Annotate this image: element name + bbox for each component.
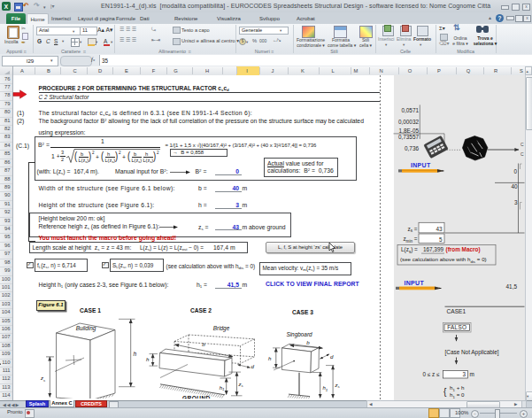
svg-text:d: d bbox=[251, 362, 255, 368]
svg-text:h1 = 0: h1 = 0 bbox=[450, 391, 465, 399]
svg-text:{: { bbox=[443, 385, 447, 397]
svg-text:Bridge: Bridge bbox=[213, 324, 230, 331]
svg-text:3: 3 bbox=[462, 371, 466, 377]
svg-text:Building: Building bbox=[76, 325, 96, 332]
svg-text:FALSO: FALSO bbox=[447, 324, 466, 330]
svg-text:C: C bbox=[520, 142, 524, 147]
svg-text:C: C bbox=[520, 151, 524, 157]
svg-text:zs: zs bbox=[40, 375, 46, 383]
svg-text:d: d bbox=[330, 353, 334, 360]
svg-text:INPUT: INPUT bbox=[411, 162, 431, 168]
svg-text:0,736: 0,736 bbox=[405, 144, 419, 151]
svg-text:h1: h1 bbox=[323, 385, 328, 392]
svg-text:h: h bbox=[134, 350, 137, 356]
svg-text:167,399: 167,399 bbox=[423, 246, 444, 252]
svg-text:CASE1: CASE1 bbox=[447, 307, 466, 314]
svg-text:0,0571: 0,0571 bbox=[401, 106, 419, 112]
svg-text:Singboard: Singboard bbox=[286, 331, 312, 338]
svg-text:(see calculation above with hd: (see calculation above with hdis = 0) bbox=[400, 256, 487, 263]
svg-text:5: 5 bbox=[439, 236, 443, 242]
svg-text:h: h bbox=[146, 356, 150, 362]
svg-text:b: b bbox=[202, 341, 205, 347]
svg-text:CASE 1: CASE 1 bbox=[80, 307, 101, 314]
svg-text:zmin =: zmin = bbox=[403, 236, 417, 243]
svg-text:0 ≤ z ≤: 0 ≤ z ≤ bbox=[423, 371, 441, 377]
svg-text:zs: zs bbox=[238, 381, 244, 388]
svg-text:1,8E-05: 1,8E-05 bbox=[399, 127, 420, 133]
svg-text:(from Macro): (from Macro) bbox=[446, 246, 481, 253]
svg-text:0,00032: 0,00032 bbox=[398, 118, 420, 124]
svg-text:0: 0 bbox=[513, 167, 517, 174]
svg-text:h1: h1 bbox=[220, 384, 225, 391]
svg-text:40: 40 bbox=[511, 183, 518, 190]
svg-text:41,5: 41,5 bbox=[506, 283, 518, 289]
svg-text:3: 3 bbox=[514, 199, 518, 205]
svg-text:CASE 3: CASE 3 bbox=[292, 309, 313, 315]
svg-text:CASE 2: CASE 2 bbox=[190, 307, 212, 314]
svg-text:h: h bbox=[268, 355, 272, 361]
svg-text:GROUND: GROUND bbox=[182, 394, 211, 398]
svg-text:[Case Not Applicable]: [Case Not Applicable] bbox=[445, 348, 499, 355]
svg-text:m: m bbox=[470, 371, 474, 377]
svg-text:L(zs) =: L(zs) = bbox=[401, 246, 418, 253]
svg-text:43: 43 bbox=[436, 225, 443, 231]
svg-text:b: b bbox=[306, 338, 310, 344]
svg-text:INPUT: INPUT bbox=[405, 279, 425, 285]
svg-text:zs =: zs = bbox=[407, 225, 417, 232]
svg-text:zs: zs bbox=[335, 382, 341, 389]
svg-text:0,73557: 0,73557 bbox=[398, 134, 420, 140]
